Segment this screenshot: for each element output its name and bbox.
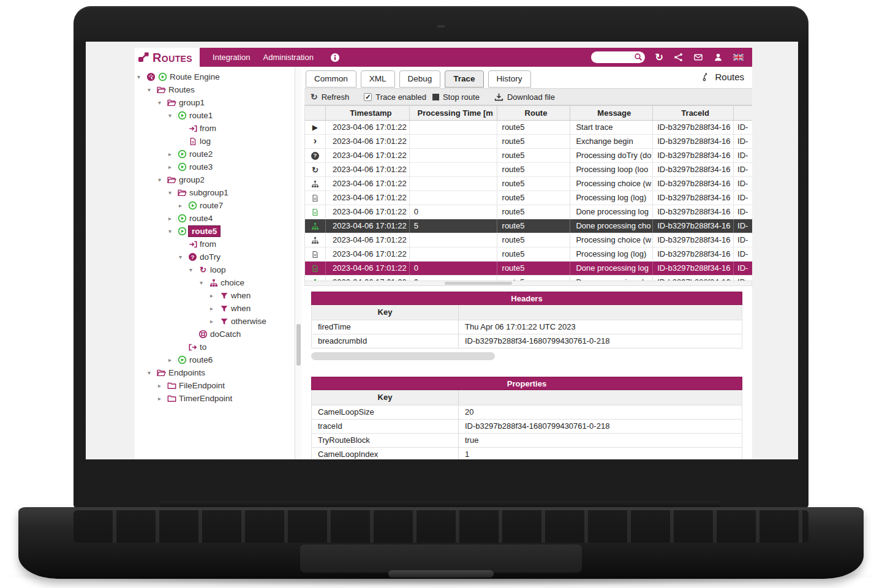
tab-trace[interactable]: Trace	[445, 70, 483, 88]
table-row-selected-magenta[interactable]: 2023-04-06 17:01:220route5Done processin…	[305, 262, 752, 276]
caret-down-icon[interactable]	[158, 100, 166, 106]
tree-node-timerendpoint[interactable]: TimerEndpoint	[135, 392, 301, 405]
tree-node-route-engine[interactable]: Route Engine	[135, 70, 301, 83]
cell-traceid: ID-b3297b288f34-16	[653, 135, 734, 148]
table-row[interactable]: 2023-04-06 17:01:22route5Processing log …	[305, 191, 752, 205]
tree-node-route3[interactable]: route3	[135, 160, 301, 173]
table-row[interactable]: 2023-04-06 17:01:22route5Exchange beginI…	[305, 135, 752, 149]
caret-right-icon[interactable]	[168, 164, 176, 170]
tree-node-group1[interactable]: group1	[135, 96, 301, 109]
column-header-message[interactable]: Message	[570, 106, 653, 120]
column-header-route[interactable]: Route	[497, 106, 571, 120]
trace-enabled-checkbox[interactable]	[364, 93, 372, 101]
search-icon[interactable]	[634, 53, 643, 63]
share-icon[interactable]	[674, 53, 683, 62]
tree-node-to[interactable]: to	[135, 341, 301, 353]
tree-node-endpoints[interactable]: Endpoints	[135, 366, 301, 379]
tree-node-group2[interactable]: group2	[135, 173, 301, 186]
tree-node-from[interactable]: from	[135, 122, 301, 135]
tree-node-route4[interactable]: route4	[135, 212, 301, 225]
tree-node-from[interactable]: from	[135, 238, 301, 251]
stop-route-button[interactable]: Stop route	[432, 92, 480, 102]
tree-scrollbar[interactable]	[295, 67, 301, 459]
user-icon[interactable]	[714, 53, 723, 62]
caret-right-icon[interactable]	[158, 396, 166, 402]
tree-node-route1[interactable]: route1	[135, 109, 301, 122]
caret-down-icon[interactable]	[168, 190, 176, 196]
download-file-label: Download file	[507, 92, 555, 102]
tab-xml[interactable]: XML	[361, 70, 395, 88]
tree-node-route5-selected[interactable]: route5	[135, 225, 301, 238]
caret-down-icon[interactable]	[189, 267, 197, 273]
tab-debug[interactable]: Debug	[399, 70, 441, 88]
table-scrollbar-thumb[interactable]	[445, 282, 512, 285]
tree-node-when[interactable]: when	[135, 289, 301, 302]
sign-out-icon	[187, 343, 198, 352]
tree-node-fileendpoint[interactable]: FileEndpoint	[135, 379, 301, 392]
menu-integration[interactable]: Integration	[213, 53, 250, 62]
info-icon[interactable]	[330, 53, 340, 62]
caret-down-icon[interactable]	[148, 87, 156, 93]
play-circle-icon	[176, 227, 188, 236]
table-horizontal-scrollbar[interactable]	[304, 281, 752, 286]
caret-right-icon[interactable]	[210, 306, 218, 312]
caret-down-icon[interactable]	[148, 370, 156, 376]
trace-enabled-toggle[interactable]: Trace enabled	[364, 92, 426, 102]
properties-panel: Properties Key CamelLoopSize20 traceIdID…	[311, 377, 742, 459]
tree-scrollbar-thumb[interactable]	[296, 324, 301, 366]
table-row[interactable]: 2023-04-06 17:01:220route5Done processin…	[305, 276, 752, 281]
tree-node-dotry[interactable]: doTry	[135, 251, 301, 263]
tree-node-otherwise[interactable]: otherwise	[135, 315, 301, 328]
caret-right-icon[interactable]	[210, 318, 218, 325]
caret-down-icon[interactable]	[158, 177, 166, 183]
table-row[interactable]: 2023-04-06 17:01:22route5Processing log …	[305, 247, 752, 262]
table-row[interactable]: 2023-04-06 17:01:22route5Processing choi…	[305, 177, 752, 191]
table-row[interactable]: 2023-04-06 17:01:22route5Processing doTr…	[305, 149, 752, 163]
caret-right-icon[interactable]	[168, 151, 176, 157]
tree-node-route6[interactable]: route6	[135, 353, 301, 366]
caret-down-icon[interactable]	[137, 74, 145, 80]
column-header-exchangeid[interactable]	[734, 106, 752, 120]
header-row-firedtime: firedTimeThu Apr 06 17:01:22 UTC 2023	[311, 320, 742, 334]
tab-common[interactable]: Common	[306, 70, 356, 88]
caret-down-icon[interactable]	[168, 113, 176, 119]
column-header-traceid[interactable]: TraceId	[653, 106, 734, 120]
tree-node-log[interactable]: log	[135, 135, 301, 148]
caret-right-icon[interactable]	[168, 216, 176, 222]
tree-node-routes[interactable]: Routes	[135, 83, 301, 96]
laptop-screen: Routes Integration Administration ↻	[86, 42, 798, 459]
caret-right-icon[interactable]	[168, 357, 176, 363]
tree-node-loop[interactable]: loop	[135, 263, 301, 276]
tree-node-when[interactable]: when	[135, 302, 301, 315]
refresh-button[interactable]: Refresh	[311, 92, 349, 102]
table-row[interactable]: 2023-04-06 17:01:22route5Start traceID-b…	[305, 121, 752, 135]
brand[interactable]: Routes	[135, 48, 200, 67]
tree-node-route7[interactable]: route7	[135, 199, 301, 212]
column-header-timestamp[interactable]: Timestamp	[326, 106, 410, 120]
table-row[interactable]: 2023-04-06 17:01:22route5Processing loop…	[305, 163, 752, 177]
table-row[interactable]: 2023-04-06 17:01:220route5Done processin…	[305, 205, 752, 219]
tree-node-choice[interactable]: choice	[135, 276, 301, 289]
file-icon	[311, 194, 319, 202]
menu-administration[interactable]: Administration	[263, 53, 314, 62]
tree-node-route2[interactable]: route2	[135, 148, 301, 160]
header-key: breadcrumbId	[312, 334, 459, 348]
caret-down-icon[interactable]	[200, 280, 208, 286]
caret-right-icon[interactable]	[210, 293, 218, 299]
download-file-button[interactable]: Download file	[494, 92, 555, 102]
caret-down-icon[interactable]	[168, 228, 176, 235]
tree-node-subgroup1[interactable]: subgroup1	[135, 186, 301, 199]
table-row-selected-dark[interactable]: 2023-04-06 17:01:225route5Done processin…	[305, 219, 752, 233]
tab-history[interactable]: History	[488, 70, 531, 88]
refresh-icon[interactable]: ↻	[655, 53, 663, 62]
flag-icon-uk[interactable]	[733, 54, 744, 61]
cell-exchangeid: ID-	[734, 233, 752, 247]
caret-right-icon[interactable]	[158, 383, 166, 389]
caret-down-icon[interactable]	[179, 254, 187, 260]
mail-icon[interactable]	[693, 53, 703, 62]
headers-horizontal-scrollbar[interactable]	[311, 352, 495, 360]
tree-node-docatch[interactable]: doCatch	[135, 328, 301, 341]
caret-right-icon[interactable]	[179, 203, 187, 209]
table-row[interactable]: 2023-04-06 17:01:22route5Processing choi…	[305, 233, 752, 247]
column-header-processing-time[interactable]: Processing Time [m	[410, 106, 497, 120]
